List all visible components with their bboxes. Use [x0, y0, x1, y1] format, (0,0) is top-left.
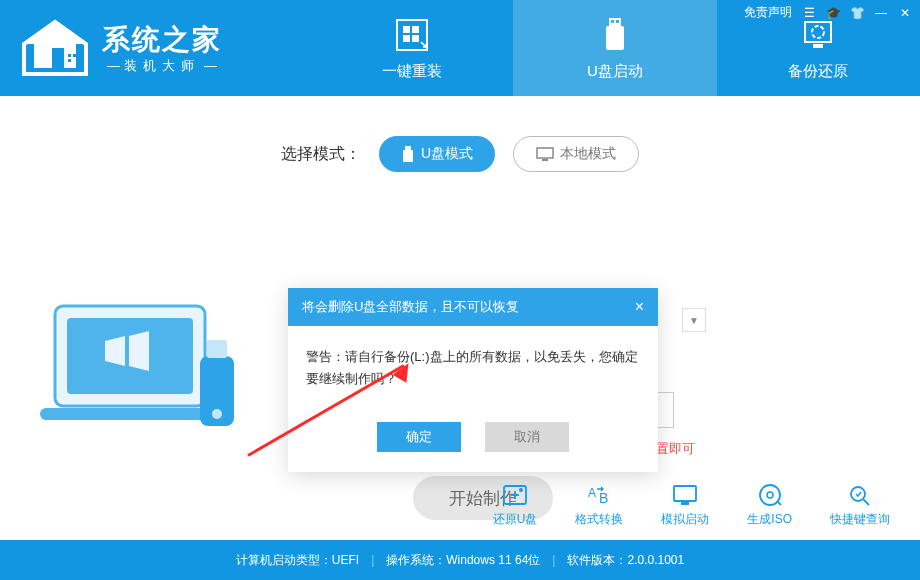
- tool-format-convert[interactable]: AB 格式转换: [575, 483, 623, 528]
- svg-rect-6: [403, 35, 410, 42]
- dialog-titlebar: 将会删除U盘全部数据，且不可以恢复 ×: [288, 288, 658, 326]
- iso-icon: [756, 483, 784, 507]
- svg-rect-0: [68, 54, 71, 57]
- dialog-cancel-button[interactable]: 取消: [485, 422, 569, 452]
- dialog-ok-button[interactable]: 确定: [377, 422, 461, 452]
- local-mode-button[interactable]: 本地模式: [513, 136, 639, 172]
- svg-rect-17: [537, 148, 553, 158]
- tool-label: 模拟启动: [661, 511, 709, 528]
- windows-icon: [393, 16, 431, 54]
- svg-rect-4: [403, 26, 410, 33]
- restore-usb-icon: [501, 483, 529, 507]
- dialog-buttons: 确定 取消: [288, 416, 658, 472]
- svg-rect-7: [412, 35, 419, 42]
- svg-rect-11: [606, 26, 624, 50]
- svg-rect-9: [611, 20, 614, 23]
- logo-area: 系统之家 装机大师: [0, 0, 310, 96]
- svg-rect-15: [405, 146, 411, 150]
- svg-rect-8: [609, 18, 621, 26]
- svg-rect-29: [674, 486, 696, 501]
- svg-point-24: [212, 409, 222, 419]
- status-boot-type: 计算机启动类型：UEFI: [236, 552, 359, 569]
- logo-subtitle: 装机大师: [102, 57, 222, 75]
- simulate-boot-icon: [671, 483, 699, 507]
- tool-label: 快捷键查询: [830, 511, 890, 528]
- skin-icon[interactable]: 👕: [850, 6, 864, 20]
- svg-point-32: [767, 492, 773, 498]
- svg-rect-5: [412, 26, 419, 33]
- tool-simulate-boot[interactable]: 模拟启动: [661, 483, 709, 528]
- dialog-close-button[interactable]: ×: [635, 298, 644, 316]
- bottom-tools: 还原U盘 AB 格式转换 模拟启动 生成ISO 快捷键查询: [493, 483, 890, 528]
- local-mode-label: 本地模式: [560, 145, 616, 163]
- tool-generate-iso[interactable]: 生成ISO: [747, 483, 792, 528]
- status-version: 软件版本：2.0.0.1001: [567, 552, 684, 569]
- main-content: 选择模式： U盘模式 本地模式 ）26.91GB ▼ exFAT 认配置即可 开…: [0, 96, 920, 540]
- backup-icon: [799, 16, 837, 54]
- mode-selector: 选择模式： U盘模式 本地模式: [0, 136, 920, 172]
- hotkey-icon: [846, 483, 874, 507]
- svg-rect-1: [73, 54, 76, 57]
- nav-usb-boot[interactable]: U盘启动: [513, 0, 716, 96]
- status-bar: 计算机启动类型：UEFI | 操作系统：Windows 11 64位 | 软件版…: [0, 540, 920, 580]
- tool-label: 生成ISO: [747, 511, 792, 528]
- dialog-body: 警告：请自行备份(L:)盘上的所有数据，以免丢失，您确定要继续制作吗？: [288, 326, 658, 416]
- svg-rect-16: [403, 150, 413, 162]
- minimize-icon[interactable]: —: [874, 6, 888, 20]
- window-controls: 免责声明 ☰ 🎓 👕 — ✕: [744, 4, 912, 21]
- usb-mode-label: U盘模式: [421, 145, 473, 163]
- svg-rect-10: [616, 20, 619, 23]
- svg-rect-21: [40, 408, 220, 420]
- tool-hotkey-query[interactable]: 快捷键查询: [830, 483, 890, 528]
- tool-label: 格式转换: [575, 511, 623, 528]
- mode-label: 选择模式：: [281, 144, 361, 165]
- tool-label: 还原U盘: [493, 511, 538, 528]
- svg-rect-30: [681, 502, 689, 505]
- svg-point-33: [851, 487, 865, 501]
- dropdown-arrow[interactable]: ▼: [682, 308, 706, 332]
- confirm-dialog: 将会删除U盘全部数据，且不可以恢复 × 警告：请自行备份(L:)盘上的所有数据，…: [288, 288, 658, 472]
- nav-reinstall[interactable]: 一键重装: [310, 0, 513, 96]
- tool-restore-usb[interactable]: 还原U盘: [493, 483, 538, 528]
- laptop-usb-illustration: [35, 296, 255, 466]
- svg-rect-2: [68, 59, 71, 62]
- menu-icon[interactable]: ☰: [802, 6, 816, 20]
- graduation-icon[interactable]: 🎓: [826, 6, 840, 20]
- svg-text:B: B: [599, 490, 608, 506]
- svg-text:A: A: [588, 486, 596, 500]
- svg-point-26: [519, 488, 523, 492]
- nav-label: 一键重装: [382, 62, 442, 81]
- status-os: 操作系统：Windows 11 64位: [386, 552, 540, 569]
- svg-rect-18: [542, 159, 548, 161]
- dialog-title-text: 将会删除U盘全部数据，且不可以恢复: [302, 298, 519, 316]
- nav-label: 备份还原: [788, 62, 848, 81]
- nav-label: U盘启动: [587, 62, 643, 81]
- svg-point-13: [812, 26, 824, 38]
- svg-rect-23: [207, 340, 227, 358]
- disclaimer-link[interactable]: 免责声明: [744, 4, 792, 21]
- usb-mode-button[interactable]: U盘模式: [379, 136, 495, 172]
- usb-drive-icon: [596, 16, 634, 54]
- logo-house-icon: [20, 18, 90, 78]
- close-icon[interactable]: ✕: [898, 6, 912, 20]
- svg-rect-14: [813, 44, 823, 48]
- monitor-small-icon: [536, 147, 554, 161]
- usb-small-icon: [401, 146, 415, 162]
- format-convert-icon: AB: [585, 483, 613, 507]
- app-header: 系统之家 装机大师 一键重装 U盘启动 备份还原 免责声明 ☰ 🎓 👕 — ✕: [0, 0, 920, 96]
- logo-title: 系统之家: [102, 21, 222, 59]
